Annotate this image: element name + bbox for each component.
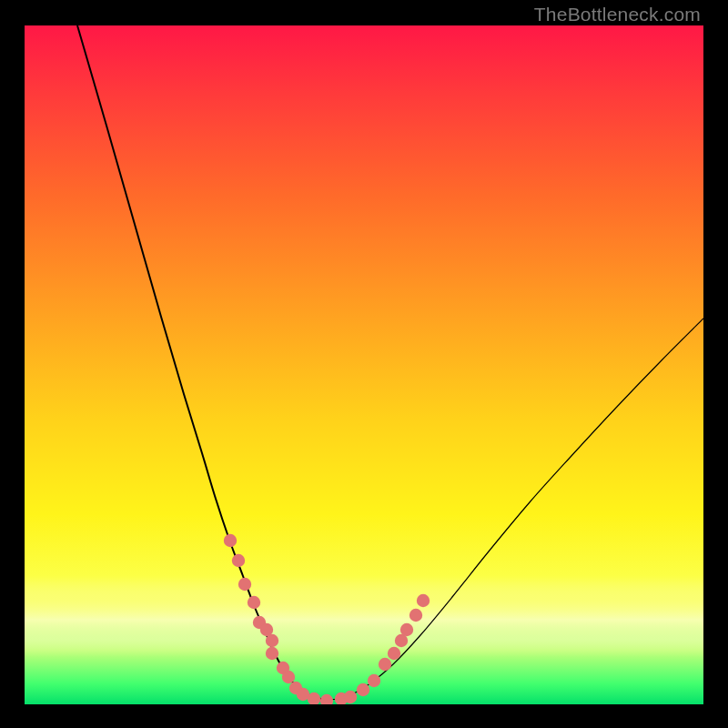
chart-plot-area [25, 25, 703, 704]
curve-left [77, 25, 325, 700]
data-dot [232, 554, 245, 567]
data-dot [410, 609, 422, 622]
data-dot [238, 578, 251, 591]
data-dot [282, 671, 295, 683]
data-dot [320, 694, 333, 704]
data-dot [248, 596, 260, 609]
data-dot [224, 534, 237, 547]
data-dots [224, 534, 430, 704]
chart-svg [25, 25, 703, 704]
curve-right [325, 318, 703, 700]
data-dot [388, 647, 400, 660]
data-dot [266, 634, 278, 647]
curve-group [77, 25, 703, 700]
data-dot [400, 623, 413, 636]
data-dot [344, 691, 357, 703]
watermark-text: TheBottleneck.com [534, 4, 701, 25]
data-dot [417, 594, 430, 607]
data-dot [368, 674, 380, 687]
data-dot [357, 683, 369, 696]
data-dot [266, 647, 278, 660]
data-dot [379, 658, 391, 671]
